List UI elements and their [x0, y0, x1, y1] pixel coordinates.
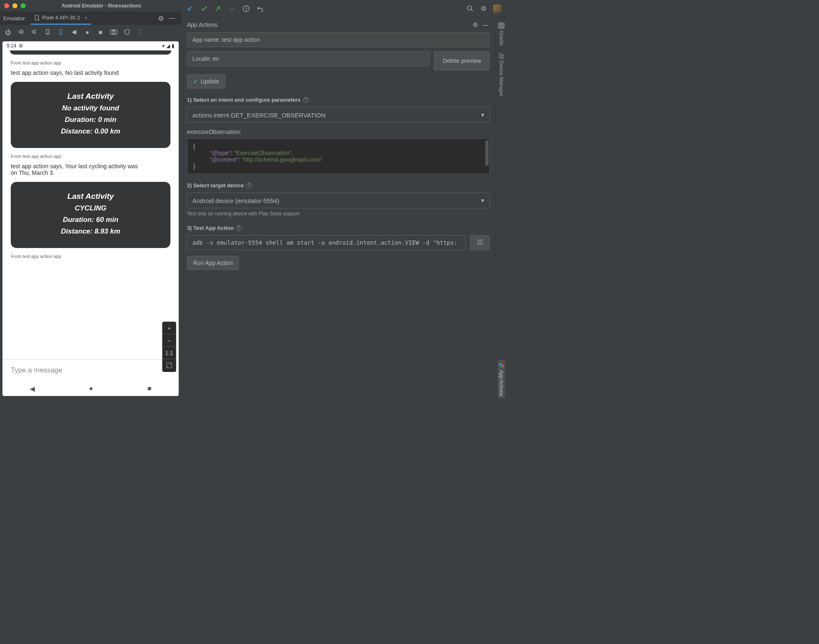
- help-icon[interactable]: ?: [236, 225, 242, 231]
- svg-point-5: [113, 31, 115, 33]
- more-icon[interactable]: ⋮: [136, 28, 144, 36]
- wifi-icon: ▾: [162, 43, 165, 49]
- volume-down-icon[interactable]: [31, 29, 38, 35]
- copy-icon: [477, 239, 483, 246]
- app-name-field[interactable]: App name: test app action: [187, 32, 490, 47]
- undo-icon[interactable]: [256, 5, 264, 12]
- delete-preview-button[interactable]: Delete preview: [434, 51, 490, 70]
- device-note: Test only on running device with Play St…: [187, 211, 490, 217]
- intent-dropdown[interactable]: actions.intent.GET_EXERCISE_OBSERVATION …: [187, 107, 490, 123]
- search-icon[interactable]: [467, 5, 474, 12]
- gradle-icon: [498, 22, 505, 29]
- locale-field[interactable]: Locale: en: [187, 51, 430, 66]
- power-icon[interactable]: ⏻: [4, 29, 12, 36]
- maximize-window-icon[interactable]: [21, 3, 26, 8]
- help-icon[interactable]: ?: [303, 97, 309, 103]
- device-selected: Android device (emulator-5554): [192, 197, 279, 204]
- device-manager-label: Device Manager: [498, 60, 504, 96]
- from-label: From test app action app: [11, 254, 170, 259]
- emulator-tab-active[interactable]: Pixel 4 API 30 2 ×: [31, 12, 91, 25]
- emulator-hide-icon[interactable]: —: [166, 14, 178, 22]
- svg-point-9: [467, 6, 472, 10]
- screenshot-icon[interactable]: [110, 29, 117, 35]
- copy-button[interactable]: [470, 235, 490, 250]
- assistant-transcript[interactable]: From test app action app test app action…: [2, 50, 179, 359]
- user-avatar[interactable]: [493, 5, 501, 13]
- ide-top-toolbar: ⚙: [181, 0, 506, 17]
- record-icon[interactable]: [123, 29, 131, 35]
- run-app-action-button[interactable]: Run App Action: [187, 256, 239, 270]
- activity-card-2[interactable]: Last Activity CYCLING Duration: 60 min D…: [11, 182, 170, 248]
- emulator-tab-prefix: Emulator:: [3, 15, 26, 21]
- check-icon[interactable]: [200, 5, 208, 12]
- android-screen: 9:24 ⚙ ▾ ◢ ▮ From test app action app te…: [2, 41, 179, 396]
- zoom-in-button[interactable]: +: [163, 322, 176, 334]
- ide-panel: ⚙ App Actions ⚙ — App name: test app act…: [181, 0, 506, 398]
- arrow-up-right-icon[interactable]: [214, 5, 222, 12]
- arrow-down-left-icon[interactable]: [186, 5, 194, 12]
- run-label: Run App Action: [193, 260, 233, 266]
- from-label: From test app action app: [11, 60, 170, 65]
- nav-back-icon[interactable]: ◀: [30, 385, 35, 393]
- json-editor[interactable]: { "@type": "ExerciseObservation", "@cont…: [187, 138, 490, 174]
- card-line2: Duration: 0 min: [11, 116, 170, 124]
- from-label: From test app action app: [11, 154, 170, 159]
- android-navbar: ◀ ● ■: [2, 381, 179, 396]
- sidebar-tab-device-manager[interactable]: Device Manager: [498, 50, 505, 99]
- back-icon[interactable]: ◀: [70, 28, 78, 36]
- volume-up-icon[interactable]: [17, 29, 25, 35]
- sidebar-tab-gradle[interactable]: Gradle: [497, 20, 505, 48]
- close-tab-icon[interactable]: ×: [84, 14, 87, 21]
- gear-small-icon: ⚙: [19, 43, 23, 49]
- emulator-panel: Android Emulator - fitnessactions Emulat…: [0, 0, 181, 398]
- check-circle-icon: ✔: [193, 78, 198, 85]
- gradle-label: Gradle: [498, 31, 504, 45]
- zoom-controls: + − 1:1: [162, 322, 176, 372]
- card-title: Last Activity: [11, 92, 170, 101]
- step2-text: 2) Select target device: [187, 182, 244, 188]
- adb-command-field[interactable]: adb -s emulator-5554 shell am start -a a…: [187, 235, 466, 250]
- ide-right-sidebar: Gradle Device Manager App Actions: [496, 17, 506, 398]
- update-button[interactable]: ✔ Update: [187, 74, 225, 88]
- update-label: Update: [201, 78, 219, 85]
- compose-input[interactable]: Type a message: [2, 359, 179, 381]
- brace-open: {: [193, 143, 195, 150]
- emulator-settings-icon[interactable]: ⚙: [156, 14, 166, 22]
- scrollbar-thumb[interactable]: [485, 141, 489, 165]
- panel-minimize-icon[interactable]: —: [482, 21, 488, 28]
- app-actions-panel: App Actions ⚙ — App name: test app actio…: [181, 17, 496, 398]
- history-icon[interactable]: [242, 5, 250, 12]
- svg-point-16: [502, 365, 503, 367]
- overview-icon[interactable]: ■: [97, 29, 104, 36]
- zoom-reset-button[interactable]: 1:1: [163, 347, 176, 359]
- device-dropdown[interactable]: Android device (emulator-5554) ▾: [187, 193, 490, 208]
- android-statusbar: 9:24 ⚙ ▾ ◢ ▮: [2, 41, 179, 50]
- activity-card-1[interactable]: Last Activity No activity found Duration…: [11, 82, 170, 148]
- status-time: 9:24: [7, 43, 16, 49]
- step2-label: 2) Select target device ?: [187, 182, 490, 188]
- rotate-right-icon[interactable]: [57, 29, 65, 35]
- nav-overview-icon[interactable]: ■: [148, 385, 152, 392]
- settings-icon[interactable]: ⚙: [481, 5, 486, 12]
- rotate-left-icon[interactable]: [44, 29, 51, 35]
- panel-settings-icon[interactable]: ⚙: [473, 21, 478, 28]
- svg-point-15: [502, 363, 503, 365]
- chevron-down-icon: ▾: [481, 111, 484, 119]
- svg-rect-3: [60, 29, 62, 33]
- says-text: test app action says, Your last cycling …: [11, 163, 143, 176]
- zoom-out-button[interactable]: −: [163, 334, 176, 347]
- signal-icon: ◢: [166, 43, 170, 49]
- emulator-titlebar: Android Emulator - fitnessactions: [0, 0, 181, 12]
- battery-icon: ▮: [172, 43, 175, 49]
- zoom-fit-icon[interactable]: [163, 359, 176, 372]
- nav-home-icon[interactable]: ●: [89, 385, 93, 392]
- svg-point-17: [500, 366, 502, 368]
- sidebar-tab-app-actions[interactable]: App Actions: [498, 360, 505, 398]
- help-icon[interactable]: ?: [246, 183, 252, 188]
- emulator-toolbar: ⏻ ◀ ● ■ ⋮: [0, 25, 181, 39]
- close-window-icon[interactable]: [4, 3, 9, 8]
- home-icon[interactable]: ●: [84, 29, 91, 36]
- chevron-down-icon: ▾: [481, 197, 484, 204]
- minimize-window-icon[interactable]: [12, 3, 17, 8]
- emulator-window-title: Android Emulator - fitnessactions: [26, 3, 177, 9]
